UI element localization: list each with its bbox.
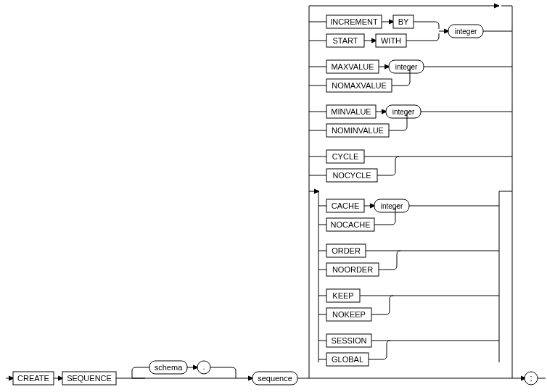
increment-label: INCREMENT [330, 17, 378, 26]
nocache-label: NOCACHE [330, 220, 370, 229]
order-label: ORDER [332, 246, 361, 255]
nokeep-label: NOKEEP [332, 310, 366, 319]
options-block: INCREMENT BY START WITH integer MAXVALUE… [309, 6, 512, 378]
schema-label: schema [155, 363, 183, 372]
by-label: BY [398, 17, 409, 26]
cycle-label: CYCLE [332, 152, 359, 161]
cache-label: CACHE [332, 201, 360, 210]
syntax-diagram: CREATE SEQUENCE schema . sequence ; INCR… [0, 0, 547, 392]
global-label: GLOBAL [332, 355, 363, 364]
maxvalue-label: MAXVALUE [331, 62, 374, 71]
with-label: WITH [381, 36, 401, 45]
integer1-label: integer [455, 28, 477, 36]
minvalue-label: MINVALUE [331, 107, 371, 116]
integer3-label: integer [392, 108, 415, 116]
keep-label: KEEP [332, 291, 353, 300]
integer2-label: integer [395, 63, 418, 71]
nocycle-label: NOCYCLE [332, 171, 371, 180]
nomaxvalue-label: NOMAXVALUE [332, 81, 387, 90]
nominvalue-label: NOMINVALUE [332, 126, 384, 135]
main-rail: CREATE SEQUENCE schema . sequence ; [6, 361, 546, 385]
integer4-label: integer [381, 202, 403, 210]
semicolon-label: ; [530, 373, 532, 382]
session-label: SESSION [332, 336, 367, 345]
create-label: CREATE [17, 374, 49, 383]
sequence-kw-label: SEQUENCE [67, 374, 112, 383]
dot-label: . [202, 362, 205, 371]
sequence-label: sequence [258, 374, 292, 383]
start-label: START [332, 36, 358, 45]
noorder-label: NOORDER [332, 265, 373, 274]
